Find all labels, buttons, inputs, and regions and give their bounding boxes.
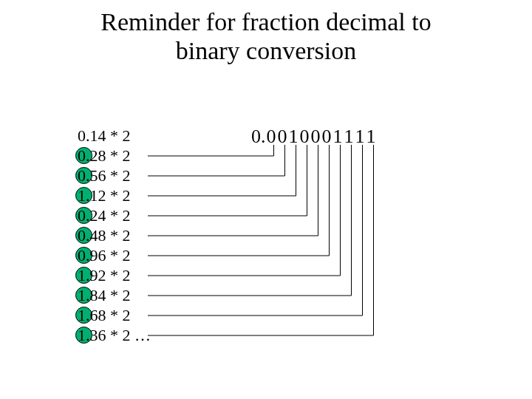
binary-digit: 1 [355,126,366,148]
binary-digit: 0 [310,126,321,148]
step-expression: 1.12 * 2 [78,186,131,205]
title-line-2: binary conversion [176,37,357,64]
step-row: 0.56 * 2 [78,166,151,185]
binary-digit: 1 [344,126,355,148]
step-expression: 0.24 * 2 [78,206,131,225]
step-row: 1.92 * 2 [78,265,151,285]
step-expression: 1.92 * 2 [78,266,131,284]
step-row: 1.84 * 2 [78,285,151,305]
step-row: 0.14 * 2 [78,126,151,146]
step-expression: 1.36 * 2 … [78,326,151,344]
binary-digit: 1 [332,126,344,148]
step-expression: 0.56 * 2 [78,166,131,185]
step-row: 1.12 * 2 [78,185,151,205]
binary-digit: 1 [366,126,377,148]
step-expression: 0.28 * 2 [78,146,131,165]
step-row: 1.68 * 2 [78,305,151,325]
step-row: 0.96 * 2 [78,245,151,265]
binary-digit: 0 [299,126,310,148]
binary-digit: 1 [288,126,299,148]
step-expression: 1.84 * 2 [78,286,131,304]
binary-digit: 0 [321,126,332,148]
step-row: 1.36 * 2 … [78,325,151,345]
binary-prefix: 0. [251,126,266,147]
step-row: 0.24 * 2 [78,205,151,225]
binary-result: 0.0010001111 [251,126,377,148]
step-expression: 0.96 * 2 [78,246,131,265]
step-expression: 0.48 * 2 [78,226,131,245]
binary-digit: 0 [266,126,277,148]
title-line-1: Reminder for fraction decimal to [100,8,432,35]
binary-digit: 0 [277,126,288,148]
slide-title: Reminder for fraction decimal to binary … [0,7,532,65]
step-row: 0.28 * 2 [78,146,151,166]
steps-column: 0.14 * 20.28 * 20.56 * 21.12 * 20.24 * 2… [78,126,151,345]
slide: Reminder for fraction decimal to binary … [0,0,532,399]
step-row: 0.48 * 2 [78,225,151,245]
step-expression: 1.68 * 2 [78,306,131,324]
step-expression: 0.14 * 2 [78,126,131,145]
